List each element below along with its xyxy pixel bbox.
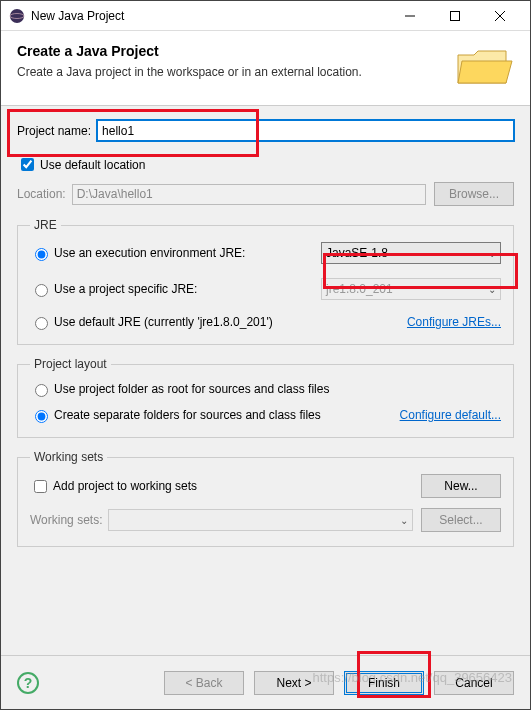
- project-specific-radio[interactable]: [35, 284, 48, 297]
- project-name-label: Project name:: [17, 124, 91, 138]
- wizard-title: Create a Java Project: [17, 43, 454, 59]
- titlebar: New Java Project: [1, 1, 530, 31]
- project-name-input[interactable]: [97, 120, 514, 141]
- chevron-down-icon: ⌄: [400, 515, 408, 526]
- location-label: Location:: [17, 187, 66, 201]
- default-jre-label: Use default JRE (currently 'jre1.8.0_201…: [54, 315, 401, 329]
- use-default-location-label: Use default location: [40, 158, 145, 172]
- help-icon[interactable]: ?: [17, 672, 39, 694]
- working-sets-field-label: Working sets:: [30, 513, 102, 527]
- select-working-set-button: Select...: [421, 508, 501, 532]
- layout-root-label: Use project folder as root for sources a…: [54, 382, 329, 396]
- wizard-header: Create a Java Project Create a Java proj…: [1, 31, 530, 106]
- svg-rect-3: [450, 11, 459, 20]
- watermark: https://blog.csdn.net/qq_39656423: [313, 670, 513, 685]
- default-jre-radio[interactable]: [35, 317, 48, 330]
- add-working-sets-label: Add project to working sets: [53, 479, 415, 493]
- jre-legend: JRE: [30, 218, 61, 232]
- browse-button: Browse...: [434, 182, 514, 206]
- project-layout-legend: Project layout: [30, 357, 111, 371]
- use-default-location-checkbox[interactable]: [21, 158, 34, 171]
- configure-jres-link[interactable]: Configure JREs...: [407, 315, 501, 329]
- working-sets-select: ⌄: [108, 509, 413, 531]
- layout-separate-radio[interactable]: [35, 410, 48, 423]
- working-sets-group: Working sets Add project to working sets…: [17, 450, 514, 547]
- chevron-down-icon: ⌄: [488, 284, 496, 295]
- window-title: New Java Project: [31, 9, 387, 23]
- exec-env-radio[interactable]: [35, 248, 48, 261]
- layout-root-radio[interactable]: [35, 384, 48, 397]
- eclipse-icon: [9, 8, 25, 24]
- folder-icon: [454, 43, 514, 91]
- back-button: < Back: [164, 671, 244, 695]
- working-sets-legend: Working sets: [30, 450, 107, 464]
- close-button[interactable]: [477, 1, 522, 30]
- project-layout-group: Project layout Use project folder as roo…: [17, 357, 514, 438]
- maximize-button[interactable]: [432, 1, 477, 30]
- jre-group: JRE Use an execution environment JRE: Ja…: [17, 218, 514, 345]
- location-input: [72, 184, 426, 205]
- wizard-subtitle: Create a Java project in the workspace o…: [17, 65, 454, 79]
- minimize-button[interactable]: [387, 1, 432, 30]
- svg-point-0: [10, 9, 24, 23]
- chevron-down-icon: ⌄: [488, 248, 496, 259]
- exec-env-label: Use an execution environment JRE:: [54, 246, 315, 260]
- exec-env-select[interactable]: JavaSE-1.8 ⌄: [321, 242, 501, 264]
- project-specific-select: jre1.8.0_201 ⌄: [321, 278, 501, 300]
- layout-separate-label: Create separate folders for sources and …: [54, 408, 394, 422]
- new-working-set-button[interactable]: New...: [421, 474, 501, 498]
- project-specific-label: Use a project specific JRE:: [54, 282, 315, 296]
- configure-default-link[interactable]: Configure default...: [400, 408, 501, 422]
- add-working-sets-checkbox[interactable]: [34, 480, 47, 493]
